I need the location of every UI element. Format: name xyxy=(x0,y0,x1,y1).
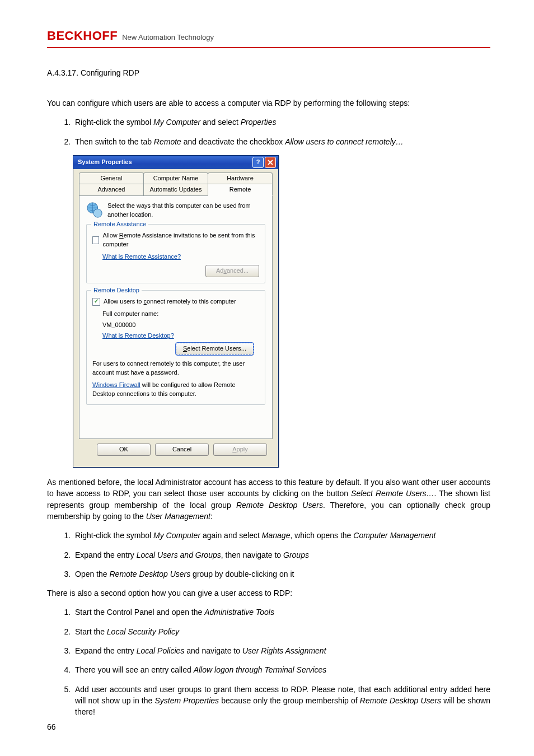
list-item: Expand the entry Local Users and Groups,… xyxy=(73,549,490,561)
allow-remote-desktop-checkbox[interactable]: ✓ xyxy=(92,298,100,306)
list-item: Add user accounts and user groups to gra… xyxy=(73,684,490,718)
list-item: Right-click the symbol My Computer again… xyxy=(73,530,490,541)
remote-assistance-group: Remote Assistance Allow Remote Assistanc… xyxy=(86,224,265,283)
ok-button[interactable]: OK xyxy=(97,444,151,456)
brand-tagline: New Automation Technology xyxy=(122,32,214,43)
tab-row-top: General Computer Name Hardware xyxy=(79,172,273,184)
checkbox-label: Allow users to connect remotely to this … xyxy=(104,297,236,306)
tab-computer-name[interactable]: Computer Name xyxy=(143,172,208,184)
full-computer-name-label: Full computer name: xyxy=(102,310,259,319)
remote-desktop-group: Remote Desktop ✓ Allow users to connect … xyxy=(86,290,265,405)
list-item: Then switch to the tab Remote and deacti… xyxy=(73,136,490,147)
list-item: Open the Remote Desktop Users group by d… xyxy=(73,568,490,580)
close-icon[interactable] xyxy=(265,157,276,168)
advanced-button[interactable]: Advanced... xyxy=(205,265,259,277)
section-heading: A.4.3.17. Configuring RDP xyxy=(47,67,490,78)
apply-button[interactable]: Apply xyxy=(213,444,267,456)
globe-icon xyxy=(86,202,103,218)
windows-firewall-link[interactable]: Windows Firewall xyxy=(92,381,140,388)
intro-text: You can configure which users are able t… xyxy=(47,97,490,109)
checkbox-label: Allow Remote Assistance invitations to b… xyxy=(102,231,259,249)
group-legend: Remote Desktop xyxy=(91,286,142,295)
list-item: Start the Control Panel and open the Adm… xyxy=(73,606,490,618)
paragraph: As mentioned before, the local Administr… xyxy=(47,477,490,522)
allow-remote-assistance-checkbox[interactable] xyxy=(92,236,99,244)
panel-intro: Select the ways that this computer can b… xyxy=(107,202,265,220)
svg-point-1 xyxy=(93,209,102,217)
list-item: Expand the entry Local Policies and navi… xyxy=(73,645,490,656)
list-item: Start the Local Security Policy xyxy=(73,626,490,637)
tab-remote[interactable]: Remote xyxy=(208,184,273,196)
brand-logo: BECKHOFF xyxy=(47,27,118,45)
tab-general[interactable]: General xyxy=(79,172,144,184)
password-note: For users to connect remotely to this co… xyxy=(92,360,259,377)
list-item: There you will see an entry called Allow… xyxy=(73,664,490,675)
help-icon[interactable]: ? xyxy=(252,157,264,168)
steps-list-a: Right-click the symbol My Computer and s… xyxy=(47,116,490,147)
tab-automatic-updates[interactable]: Automatic Updates xyxy=(143,184,208,196)
dialog-footer: OK Cancel Apply xyxy=(79,439,273,461)
cancel-button[interactable]: Cancel xyxy=(155,444,209,456)
group-legend: Remote Assistance xyxy=(91,220,148,229)
firewall-note: Windows Firewall will be configured to a… xyxy=(92,381,259,399)
select-remote-users-button[interactable]: Select Remote Users... xyxy=(176,343,254,355)
page-number: 66 xyxy=(47,721,56,732)
list-item: Right-click the symbol My Computer and s… xyxy=(73,116,490,128)
dialog-title: System Properties xyxy=(78,158,132,167)
dialog-titlebar[interactable]: System Properties ? xyxy=(73,156,278,169)
page-header: BECKHOFF New Automation Technology xyxy=(47,27,490,48)
full-computer-name-value: VM_000000 xyxy=(102,321,259,330)
paragraph: There is also a second option how you ca… xyxy=(47,587,490,599)
steps-list-c: Start the Control Panel and open the Adm… xyxy=(47,606,490,717)
system-properties-dialog: System Properties ? General Computer Nam… xyxy=(73,155,279,468)
remote-tab-panel: Select the ways that this computer can b… xyxy=(79,195,273,439)
tab-advanced[interactable]: Advanced xyxy=(79,184,144,196)
what-is-remote-assistance-link[interactable]: What is Remote Assistance? xyxy=(102,253,181,260)
what-is-remote-desktop-link[interactable]: What is Remote Desktop? xyxy=(102,332,174,339)
steps-list-b: Right-click the symbol My Computer again… xyxy=(47,530,490,580)
tab-row-bottom: Advanced Automatic Updates Remote xyxy=(79,184,273,196)
tab-hardware[interactable]: Hardware xyxy=(208,172,273,184)
